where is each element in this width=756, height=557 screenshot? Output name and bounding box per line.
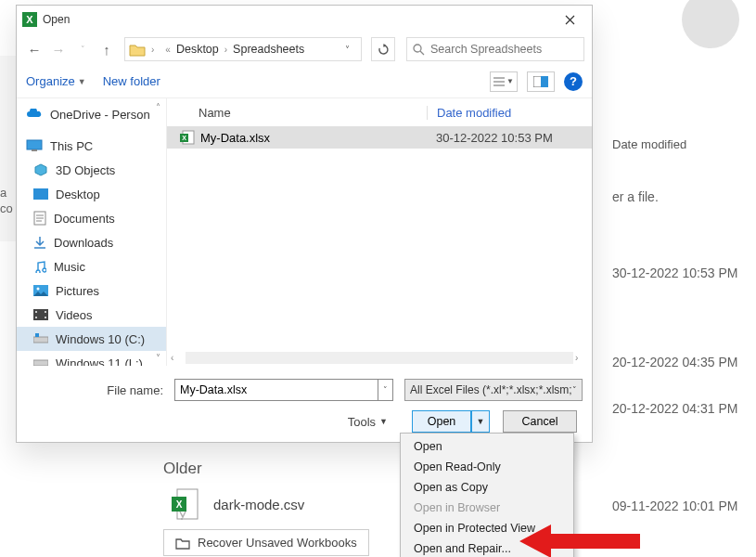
refresh-icon [378, 44, 390, 56]
scroll-track[interactable] [186, 352, 573, 364]
menu-open-read-only[interactable]: Open Read-Only [401, 457, 573, 477]
sidebar-item-label: Pictures [56, 284, 99, 298]
column-header-date[interactable]: Date modified [427, 106, 580, 120]
sidebar-item-onedrive[interactable]: OneDrive - Person [17, 102, 166, 126]
list-view-icon [493, 77, 505, 86]
file-type-label: All Excel Files (*.xl*;*.xlsx;*.xlsm;* [410, 383, 572, 396]
open-button[interactable]: Open [412, 410, 471, 433]
folder-icon [129, 42, 146, 57]
bg-date-3: 20-12-2022 04:31 PM [612, 401, 737, 416]
horizontal-scrollbar[interactable]: ‹ › [167, 349, 592, 366]
bg-column-date-modified: Date modified [612, 137, 686, 151]
view-options-button[interactable]: ▼ [490, 71, 518, 92]
documents-icon [33, 211, 46, 226]
sidebar-item-pictures[interactable]: Pictures [17, 278, 166, 303]
cube-icon [33, 163, 48, 176]
close-button[interactable] [551, 6, 588, 32]
svg-text:X: X [182, 135, 186, 141]
sidebar-item-label: Videos [56, 308, 93, 322]
excel-app-icon: X [22, 12, 37, 27]
search-box[interactable] [406, 37, 584, 61]
sidebar-item-label: Windows 10 (C:) [56, 332, 145, 346]
sidebar-item-this-pc[interactable]: This PC [17, 134, 166, 158]
organize-menu[interactable]: Organize ▼ [26, 74, 86, 88]
refresh-button[interactable] [371, 37, 395, 61]
pictures-icon [33, 285, 48, 296]
downloads-icon [33, 236, 46, 249]
file-row[interactable]: X My-Data.xlsx 30-12-2022 10:53 PM [167, 126, 592, 149]
help-button[interactable]: ? [564, 72, 583, 91]
titlebar: X Open [17, 6, 592, 33]
bg-file-item[interactable]: X dark-mode.csv [172, 487, 304, 521]
bg-file-name: dark-mode.csv [213, 497, 304, 512]
preview-pane-button[interactable] [527, 71, 555, 92]
new-folder-button[interactable]: New folder [103, 74, 160, 88]
svg-rect-11 [33, 188, 48, 200]
sidebar-item-music[interactable]: Music [17, 254, 166, 278]
search-icon [413, 44, 425, 56]
sidebar-item-windows11[interactable]: Windows 11 (L:) [17, 351, 166, 366]
sidebar-item-label: This PC [50, 139, 93, 153]
cancel-button[interactable]: Cancel [503, 410, 577, 433]
file-name-bar: File name: ˅ All Excel Files (*.xl*;*.xl… [17, 377, 592, 403]
bg-group-older: Older [163, 460, 202, 478]
svg-rect-3 [181, 518, 183, 520]
sidebar-item-label: Downloads [54, 236, 113, 250]
address-bar[interactable]: › « Desktop › Spreadsheets ˅ [124, 37, 362, 61]
sidebar-item-documents[interactable]: Documents [17, 206, 166, 230]
open-options-menu: Open Open Read-Only Open as Copy Open in… [400, 433, 574, 557]
menu-open-as-copy[interactable]: Open as Copy [401, 477, 573, 498]
sidebar-item-label: 3D Objects [56, 163, 115, 177]
column-header-name[interactable]: Name [167, 106, 427, 120]
sidebar-scroll-down[interactable]: ˅ [151, 351, 164, 364]
scroll-right-icon[interactable]: › [575, 353, 588, 363]
menu-open-and-repair[interactable]: Open and Repair... [401, 538, 573, 557]
menu-open[interactable]: Open [401, 436, 573, 457]
folder-icon [175, 537, 190, 550]
address-history-dropdown[interactable]: ˅ [337, 45, 357, 55]
breadcrumb-root-chevron[interactable]: « [160, 45, 176, 55]
onedrive-icon [26, 109, 43, 120]
sidebar-item-downloads[interactable]: Downloads [17, 230, 166, 254]
sidebar-item-desktop[interactable]: Desktop [17, 182, 166, 206]
left-rail-text: aco [0, 186, 13, 217]
svg-rect-10 [32, 149, 37, 151]
sidebar-item-videos[interactable]: Videos [17, 303, 166, 327]
bg-date-1: 30-12-2022 10:53 PM [612, 266, 737, 280]
nav-recent-dropdown[interactable]: ˅ [72, 39, 93, 59]
menu-open-in-browser: Open in Browser [401, 498, 573, 518]
svg-rect-17 [35, 317, 37, 318]
search-input[interactable] [430, 43, 578, 56]
nav-back-button[interactable]: ← [24, 39, 45, 59]
svg-rect-18 [45, 311, 46, 313]
file-type-filter[interactable]: All Excel Files (*.xl*;*.xlsx;*.xlsm;* ˅ [404, 379, 583, 401]
breadcrumb-seg-desktop[interactable]: Desktop [176, 43, 219, 56]
svg-text:X: X [26, 14, 33, 25]
file-name-label: File name: [26, 383, 169, 397]
svg-rect-16 [35, 311, 37, 313]
close-icon [565, 15, 575, 25]
sidebar-item-3d-objects[interactable]: 3D Objects [17, 158, 166, 182]
svg-rect-22 [33, 360, 48, 366]
svg-text:X: X [176, 499, 183, 510]
breadcrumb-seg-spreadsheets[interactable]: Spreadsheets [233, 43, 304, 56]
svg-rect-9 [27, 140, 42, 149]
sidebar-scroll-up[interactable]: ˄ [151, 100, 164, 113]
recover-unsaved-button[interactable]: Recover Unsaved Workbooks [163, 529, 369, 556]
open-dropdown-button[interactable]: ▼ [471, 410, 490, 433]
scroll-left-icon[interactable]: ‹ [171, 353, 184, 363]
svg-rect-15 [33, 309, 48, 320]
nav-forward-button[interactable]: → [48, 39, 69, 59]
music-icon [33, 260, 46, 273]
svg-rect-21 [35, 333, 39, 337]
file-list-header: Name Date modified [167, 98, 592, 126]
menu-open-protected-view[interactable]: Open in Protected View [401, 518, 573, 538]
sidebar-item-windows10[interactable]: Windows 10 (C:) [17, 327, 166, 351]
file-name-history-dropdown[interactable]: ˅ [378, 379, 393, 401]
bg-date-4: 09-11-2022 10:01 PM [612, 499, 737, 513]
file-name-input[interactable] [174, 379, 378, 401]
excel-file-icon: X [180, 130, 195, 145]
tools-menu[interactable]: Tools ▼ [348, 415, 388, 429]
nav-up-button[interactable]: ↑ [96, 39, 117, 59]
excel-file-icon: X [172, 487, 199, 521]
